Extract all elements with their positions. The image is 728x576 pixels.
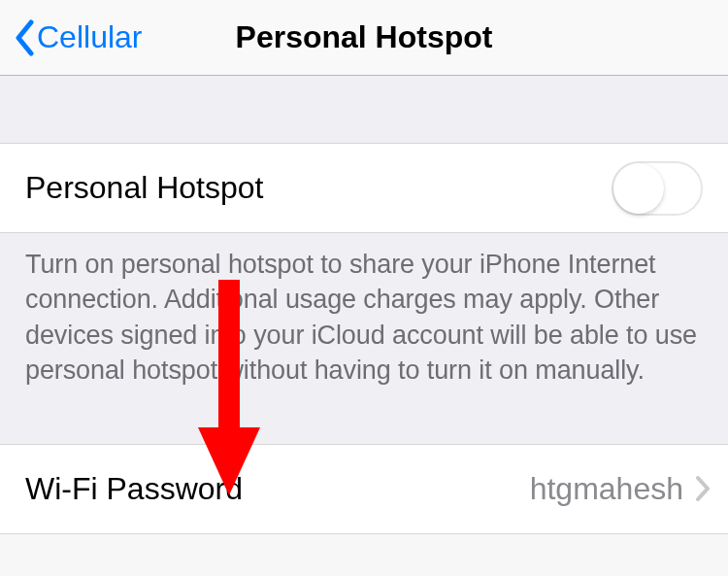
section-gap-2 (0, 410, 728, 445)
nav-bar: Cellular Personal Hotspot (0, 0, 728, 76)
hotspot-toggle-row: Personal Hotspot (0, 144, 728, 233)
chevron-left-icon (14, 19, 35, 56)
section-gap (0, 76, 728, 144)
hotspot-description: Turn on personal hotspot to share your i… (0, 233, 728, 410)
hotspot-label: Personal Hotspot (25, 170, 263, 206)
page-title: Personal Hotspot (236, 19, 493, 55)
wifi-password-label: Wi-Fi Password (25, 471, 530, 507)
wifi-password-row[interactable]: Wi-Fi Password htgmahesh (0, 445, 728, 534)
back-button[interactable]: Cellular (0, 19, 142, 56)
wifi-password-value: htgmahesh (530, 471, 683, 507)
chevron-right-icon (695, 475, 711, 502)
back-label: Cellular (37, 19, 142, 55)
toggle-knob (613, 163, 664, 214)
hotspot-toggle[interactable] (612, 161, 703, 216)
